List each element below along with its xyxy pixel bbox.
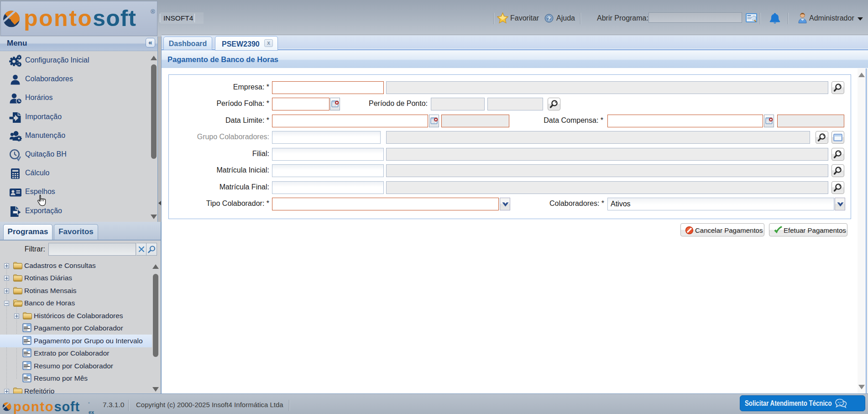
svg-text:ex: ex bbox=[89, 409, 94, 414]
svg-text:°: ° bbox=[88, 402, 90, 406]
svg-text:®: ® bbox=[151, 8, 155, 15]
svg-text:?: ? bbox=[547, 15, 551, 22]
svg-text:pontosoft: pontosoft bbox=[24, 5, 136, 31]
svg-text:pontosoft: pontosoft bbox=[13, 399, 80, 414]
